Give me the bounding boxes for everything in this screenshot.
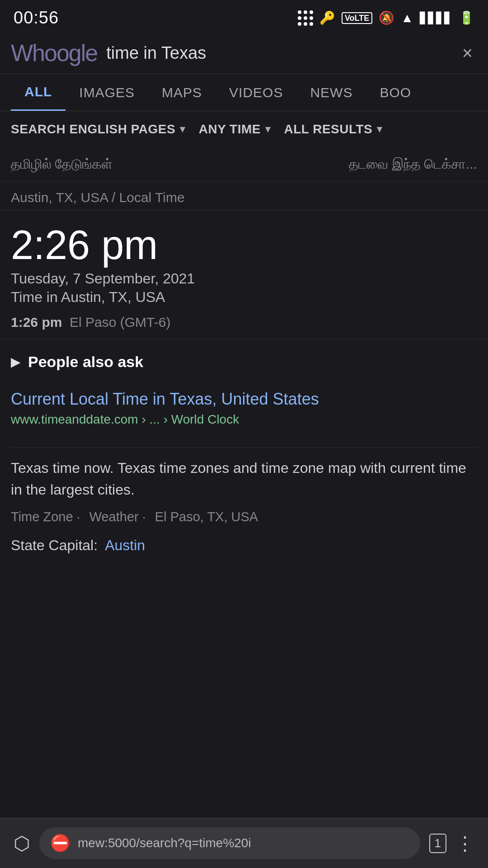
subtopic-timezone[interactable]: Time Zone · bbox=[11, 509, 80, 524]
result-subtopics: Time Zone · Weather · El Paso, TX, USA bbox=[0, 505, 488, 529]
page-icon: ⛔ bbox=[50, 834, 70, 853]
shield-icon: ⬡ bbox=[14, 832, 30, 854]
search-result-1: Current Local Time in Texas, United Stat… bbox=[0, 380, 488, 448]
state-capital-label: State Capital: bbox=[11, 537, 98, 553]
secondary-time-display: 1:26 pm El Paso (GMT-6) bbox=[11, 315, 477, 330]
main-time-display: 2:26 pm bbox=[11, 224, 477, 267]
tamil-right[interactable]: தடவை இந்த டெக்சா... bbox=[349, 156, 477, 172]
tab-maps[interactable]: MAPS bbox=[148, 75, 216, 110]
result-title[interactable]: Current Local Time in Texas, United Stat… bbox=[11, 389, 477, 410]
tab-news[interactable]: NEWS bbox=[296, 75, 366, 110]
wifi-icon: ▲ bbox=[401, 11, 413, 25]
subtopic-weather[interactable]: Weather · bbox=[89, 509, 146, 524]
triangle-icon: ▶ bbox=[11, 354, 21, 369]
tab-images[interactable]: IMAGES bbox=[66, 75, 148, 110]
volte-icon: VoLTE bbox=[342, 12, 372, 24]
results-filter-button[interactable]: ALL RESULTS ▾ bbox=[284, 122, 382, 137]
filter-row: SEARCH ENGLISH PAGES ▾ ANY TIME ▾ ALL RE… bbox=[0, 111, 488, 147]
result-snippet: Texas time now. Texas time zones and tim… bbox=[0, 448, 488, 505]
battery-icon: 🔋 bbox=[459, 10, 474, 25]
mute-icon: 🔕 bbox=[379, 10, 394, 25]
results-filter-chevron: ▾ bbox=[377, 123, 382, 135]
tab-books[interactable]: BOO bbox=[366, 75, 425, 110]
status-time: 00:56 bbox=[14, 8, 59, 28]
people-also-ask-label: People also ask bbox=[28, 353, 143, 371]
search-clear-button[interactable]: × bbox=[458, 43, 477, 63]
subtopic-elpaso[interactable]: El Paso, TX, USA bbox=[155, 509, 258, 524]
key-icon: 🔑 bbox=[319, 10, 335, 25]
language-filter-button[interactable]: SEARCH ENGLISH PAGES ▾ bbox=[11, 122, 185, 137]
url-text: mew:5000/search?q=time%20i bbox=[78, 836, 409, 850]
search-input-wrapper[interactable]: time in Texas × bbox=[106, 43, 477, 63]
status-bar: 00:56 🔑 VoLTE 🔕 ▲ ▋▋▋▋ 🔋 bbox=[0, 0, 488, 32]
state-capital-value[interactable]: Austin bbox=[105, 537, 145, 553]
tab-count-badge[interactable]: 1 bbox=[429, 834, 446, 853]
time-filter-chevron: ▾ bbox=[265, 123, 271, 135]
people-also-ask-section[interactable]: ▶ People also ask bbox=[0, 340, 488, 380]
tab-all[interactable]: ALL bbox=[11, 74, 66, 111]
url-bar[interactable]: ⛔ mew:5000/search?q=time%20i bbox=[39, 827, 420, 859]
tab-videos[interactable]: VIDEOS bbox=[216, 75, 296, 110]
app-logo: Whoogle bbox=[11, 39, 97, 66]
search-tabs: ALL IMAGES MAPS VIDEOS NEWS BOO bbox=[0, 74, 488, 111]
bottom-navigation-bar: ⬡ ⛔ mew:5000/search?q=time%20i 1 ⋮ bbox=[0, 818, 488, 868]
language-filter-chevron: ▾ bbox=[180, 123, 185, 135]
tamil-left[interactable]: தமிழில் தேடுங்கள் bbox=[11, 156, 113, 172]
status-icons: 🔑 VoLTE 🔕 ▲ ▋▋▋▋ 🔋 bbox=[298, 10, 474, 26]
time-filter-button[interactable]: ANY TIME ▾ bbox=[199, 122, 271, 137]
tamil-suggestion-row: தமிழில் தேடுங்கள் தடவை இந்த டெக்சா... bbox=[0, 147, 488, 182]
date-display: Tuesday, 7 September, 2021 bbox=[11, 270, 477, 287]
menu-button[interactable]: ⋮ bbox=[455, 832, 474, 854]
state-capital-row: State Capital: Austin bbox=[0, 529, 488, 567]
signal-icon-1: ▋▋▋▋ bbox=[420, 12, 452, 24]
time-card: 2:26 pm Tuesday, 7 September, 2021 Time … bbox=[0, 210, 488, 340]
result-url[interactable]: www.timeanddate.com › ... › World Clock bbox=[11, 412, 477, 427]
search-query[interactable]: time in Texas bbox=[106, 43, 206, 63]
location-label: Austin, TX, USA / Local Time bbox=[0, 182, 488, 210]
dots-grid-icon bbox=[298, 10, 313, 26]
search-bar: Whoogle time in Texas × bbox=[0, 32, 488, 74]
time-location: Time in Austin, TX, USA bbox=[11, 289, 477, 306]
